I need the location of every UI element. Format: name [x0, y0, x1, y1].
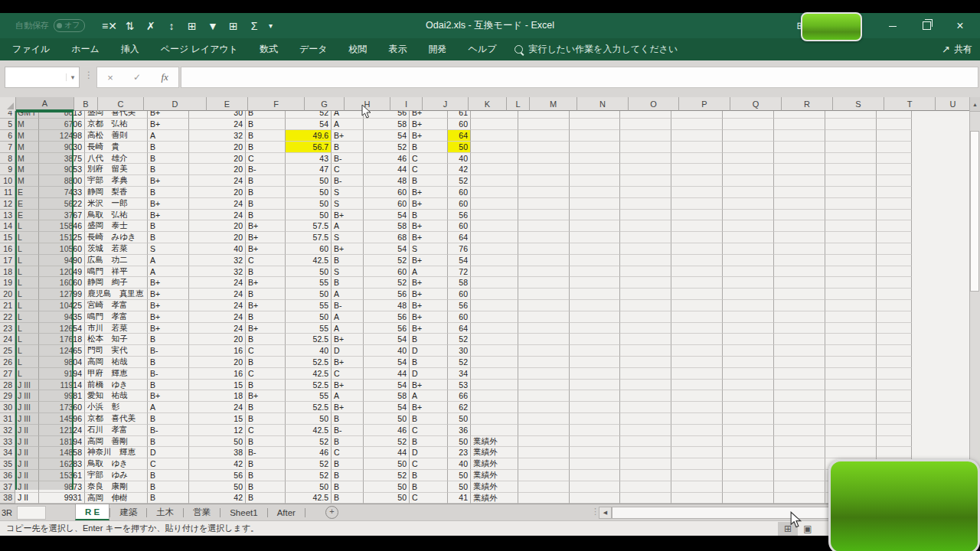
cell-H23[interactable]: 55 — [286, 323, 332, 334]
cell-O25[interactable] — [570, 345, 620, 357]
cell-U31[interactable] — [877, 413, 912, 425]
cell-R31[interactable] — [723, 413, 774, 425]
cell-F24[interactable]: 20 — [189, 334, 246, 345]
cell-E18[interactable]: A — [148, 266, 189, 278]
cell-K13[interactable]: B — [410, 210, 448, 221]
cell-B13[interactable]: E — [15, 210, 39, 221]
cell-Q34[interactable] — [671, 447, 723, 458]
row-header-22[interactable]: 22 — [0, 311, 15, 323]
cell-E31[interactable]: B — [148, 413, 189, 425]
cell-C25[interactable]: 12465 — [39, 345, 85, 357]
cell-O4[interactable] — [570, 111, 620, 119]
cell-P17[interactable] — [620, 255, 671, 266]
cell-B35[interactable]: J II — [15, 458, 39, 470]
cell-C17[interactable]: 9490 — [39, 255, 85, 266]
cell-U27[interactable] — [877, 368, 912, 380]
cell-S32[interactable] — [774, 425, 825, 436]
cell-K34[interactable]: D — [410, 447, 448, 458]
cell-F19[interactable]: 24 — [189, 277, 246, 289]
cell-K28[interactable]: B+ — [410, 380, 448, 391]
cell-K5[interactable]: B+ — [410, 119, 448, 130]
cell-N13[interactable] — [518, 210, 570, 221]
cell-N5[interactable] — [518, 119, 570, 130]
cell-I16[interactable]: B+ — [332, 243, 364, 255]
cell-I12[interactable]: S — [332, 198, 364, 210]
cell-T23[interactable] — [825, 323, 877, 334]
cell-C27[interactable]: 9194 — [39, 368, 85, 380]
cell-T22[interactable] — [825, 311, 877, 323]
cell-H31[interactable]: 50 — [286, 413, 332, 425]
cell-U24[interactable] — [877, 334, 912, 345]
cell-T11[interactable] — [825, 187, 877, 198]
cell-H37[interactable]: 50 — [286, 481, 332, 493]
cell-N20[interactable] — [518, 289, 570, 300]
ribbon-tab-挿入[interactable]: 挿入 — [110, 38, 150, 60]
cell-J35[interactable]: 50 — [364, 458, 410, 470]
cell-U16[interactable] — [877, 243, 912, 255]
cell-I24[interactable]: B+ — [332, 334, 364, 345]
cell-F37[interactable]: 50 — [189, 481, 246, 493]
cell-R21[interactable] — [723, 300, 774, 311]
cell-H29[interactable]: 55 — [286, 390, 332, 402]
cell-C26[interactable]: 9804 — [39, 357, 85, 368]
cell-T34[interactable] — [825, 447, 877, 458]
column-header-Q[interactable]: Q — [730, 97, 782, 111]
cell-M27[interactable] — [471, 368, 518, 380]
cell-O22[interactable] — [570, 311, 620, 323]
row-header-13[interactable]: 13 — [0, 210, 15, 221]
cell-L29[interactable]: 66 — [448, 390, 471, 402]
cell-O8[interactable] — [570, 153, 620, 165]
cell-P32[interactable] — [620, 425, 671, 436]
cell-E22[interactable]: B+ — [148, 311, 189, 323]
cell-O7[interactable] — [570, 142, 620, 153]
cell-H26[interactable]: 52.5 — [286, 357, 332, 368]
cell-J30[interactable]: 54 — [364, 402, 410, 413]
cell-Q36[interactable] — [671, 470, 723, 481]
cell-B10[interactable]: M — [15, 175, 39, 187]
cell-O34[interactable] — [570, 447, 620, 458]
row-header-8[interactable]: 8 — [0, 153, 15, 165]
qat-more-icon[interactable]: ▾ — [264, 21, 276, 30]
cell-K19[interactable]: B+ — [410, 277, 448, 289]
cell-D32[interactable]: 石川 孝富 — [85, 425, 148, 436]
cell-L26[interactable]: 52 — [448, 357, 471, 368]
formula-input[interactable] — [181, 67, 978, 88]
autosum-icon[interactable]: Σ — [243, 20, 264, 32]
cell-O19[interactable] — [570, 277, 620, 289]
cell-D24[interactable]: 松本 知子 — [85, 334, 148, 345]
cell-L11[interactable]: 60 — [448, 187, 471, 198]
cell-B6[interactable]: M — [15, 130, 39, 142]
cell-I10[interactable]: B- — [332, 175, 364, 187]
cell-J28[interactable]: 54 — [364, 380, 410, 391]
row-header-37[interactable]: 37 — [0, 481, 15, 493]
cell-O33[interactable] — [570, 436, 620, 448]
cell-N18[interactable] — [518, 266, 570, 278]
column-header-S[interactable]: S — [833, 97, 884, 111]
cell-T13[interactable] — [825, 210, 877, 221]
cell-C33[interactable]: 18194 — [39, 436, 85, 448]
cell-G25[interactable]: C — [246, 345, 286, 357]
cell-T26[interactable] — [825, 357, 877, 368]
cell-D5[interactable]: 京都 弘祐 — [85, 119, 148, 130]
cell-U17[interactable] — [877, 255, 912, 266]
cell-R22[interactable] — [723, 311, 774, 323]
column-header-J[interactable]: J — [423, 97, 469, 111]
tell-me-search[interactable]: 実行したい作業を入力してください — [514, 43, 678, 56]
insert-function-icon[interactable]: fx — [161, 71, 168, 83]
cell-U22[interactable] — [877, 311, 912, 323]
cell-I21[interactable]: B- — [332, 300, 364, 311]
cell-B4[interactable]: GM I — [15, 111, 39, 119]
cell-M9[interactable] — [471, 164, 518, 175]
cell-L18[interactable]: 72 — [448, 266, 471, 278]
cell-Q37[interactable] — [671, 481, 723, 493]
cell-E10[interactable]: B+ — [148, 175, 189, 187]
cell-G30[interactable]: B — [246, 402, 286, 413]
cell-O18[interactable] — [570, 266, 620, 278]
cell-H16[interactable]: 60 — [286, 243, 332, 255]
cell-I36[interactable]: B — [332, 470, 364, 481]
cell-B38[interactable]: J II — [15, 493, 39, 504]
cell-B7[interactable]: M — [15, 142, 39, 153]
cell-P10[interactable] — [620, 175, 671, 187]
cell-G12[interactable]: B — [246, 198, 286, 210]
cell-P22[interactable] — [620, 311, 671, 323]
